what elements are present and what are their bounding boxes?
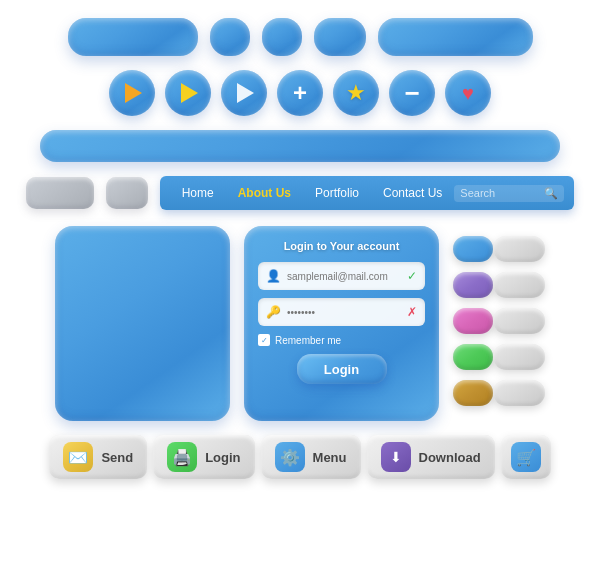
toggle-green[interactable]: [453, 344, 493, 370]
toggle-row-4: [453, 344, 545, 370]
toggle-row-2: [453, 272, 545, 298]
play-white-button[interactable]: [221, 70, 267, 116]
minus-button[interactable]: −: [389, 70, 435, 116]
send-button[interactable]: ✉️ Send: [49, 435, 147, 479]
menu-button[interactable]: ⚙️ Menu: [261, 435, 361, 479]
toggle-row-1: [453, 236, 545, 262]
navigation-bar: Home About Us Portfolio Contact Us 🔍: [160, 176, 575, 210]
gear-icon: ⚙️: [275, 442, 305, 472]
login-title: Login to Your account: [284, 240, 400, 252]
download-label: Download: [419, 450, 481, 465]
login-panel: Login to Your account 👤 samplemail@mail.…: [244, 226, 439, 421]
toggle-row-3: [453, 308, 545, 334]
minus-icon: −: [404, 80, 419, 106]
email-value: samplemail@mail.com: [287, 271, 401, 282]
big-panel-left: [55, 226, 230, 421]
play-orange-icon: [125, 83, 142, 103]
cart-button[interactable]: 🛒: [501, 435, 551, 479]
remember-label: Remember me: [275, 335, 341, 346]
nav-search-container: 🔍: [454, 185, 564, 202]
small-square-button-2[interactable]: [262, 18, 302, 56]
login-bottom-label: Login: [205, 450, 240, 465]
bottom-button-row: ✉️ Send 🖨️ Login ⚙️ Menu ⬇ Download 🛒: [20, 435, 580, 479]
cart-icon: 🛒: [511, 442, 541, 472]
remember-checkbox[interactable]: ✓: [258, 334, 270, 346]
wide-button-2[interactable]: [378, 18, 533, 56]
login-button[interactable]: Login: [297, 354, 387, 384]
toggles-column: [453, 226, 545, 406]
toggle-white-4[interactable]: [493, 344, 545, 370]
toggle-blue[interactable]: [453, 236, 493, 262]
heart-button[interactable]: ♥: [445, 70, 491, 116]
wide-bar: [40, 130, 560, 162]
nav-item-home[interactable]: Home: [170, 186, 226, 200]
printer-icon: 🖨️: [167, 442, 197, 472]
toggle-white-3[interactable]: [493, 308, 545, 334]
star-icon: ★: [346, 80, 366, 106]
small-nav-button-2[interactable]: [106, 177, 148, 209]
nav-item-portfolio[interactable]: Portfolio: [303, 186, 371, 200]
remember-row: ✓ Remember me: [258, 334, 425, 346]
toggle-white-5[interactable]: [493, 380, 545, 406]
icon-button-row: + ★ − ♥: [20, 70, 580, 116]
play-yellow-button[interactable]: [165, 70, 211, 116]
plus-icon: +: [293, 81, 307, 105]
heart-icon: ♥: [462, 82, 474, 105]
wide-bar-row: [20, 130, 580, 162]
toggle-white-1[interactable]: [493, 236, 545, 262]
email-check-icon: ✓: [407, 269, 417, 283]
nav-item-about[interactable]: About Us: [226, 186, 303, 200]
star-button[interactable]: ★: [333, 70, 379, 116]
toggle-purple[interactable]: [453, 272, 493, 298]
password-field[interactable]: 🔑 •••••••• ✗: [258, 298, 425, 326]
toggle-yellow[interactable]: [453, 380, 493, 406]
toggle-pink[interactable]: [453, 308, 493, 334]
password-value: ••••••••: [287, 307, 401, 318]
plus-button[interactable]: +: [277, 70, 323, 116]
download-icon: ⬇: [381, 442, 411, 472]
email-field-icon: 👤: [266, 269, 281, 283]
email-icon: ✉️: [63, 442, 93, 472]
wide-button-1[interactable]: [68, 18, 198, 56]
toggle-white-2[interactable]: [493, 272, 545, 298]
menu-label: Menu: [313, 450, 347, 465]
nav-item-contact[interactable]: Contact Us: [371, 186, 454, 200]
nav-row: Home About Us Portfolio Contact Us 🔍: [20, 176, 580, 210]
password-cross-icon: ✗: [407, 305, 417, 319]
button-row-1: [20, 18, 580, 56]
email-field[interactable]: 👤 samplemail@mail.com ✓: [258, 262, 425, 290]
play-yellow-icon: [181, 83, 198, 103]
small-nav-button-1[interactable]: [26, 177, 94, 209]
play-white-icon: [237, 83, 254, 103]
play-orange-button[interactable]: [109, 70, 155, 116]
small-square-button-1[interactable]: [210, 18, 250, 56]
login-bottom-button[interactable]: 🖨️ Login: [153, 435, 254, 479]
password-field-icon: 🔑: [266, 305, 281, 319]
medium-button-1[interactable]: [314, 18, 366, 56]
toggle-row-5: [453, 380, 545, 406]
download-button[interactable]: ⬇ Download: [367, 435, 495, 479]
search-icon: 🔍: [544, 187, 558, 200]
send-label: Send: [101, 450, 133, 465]
main-content-row: Login to Your account 👤 samplemail@mail.…: [20, 226, 580, 421]
search-input[interactable]: [460, 187, 540, 199]
